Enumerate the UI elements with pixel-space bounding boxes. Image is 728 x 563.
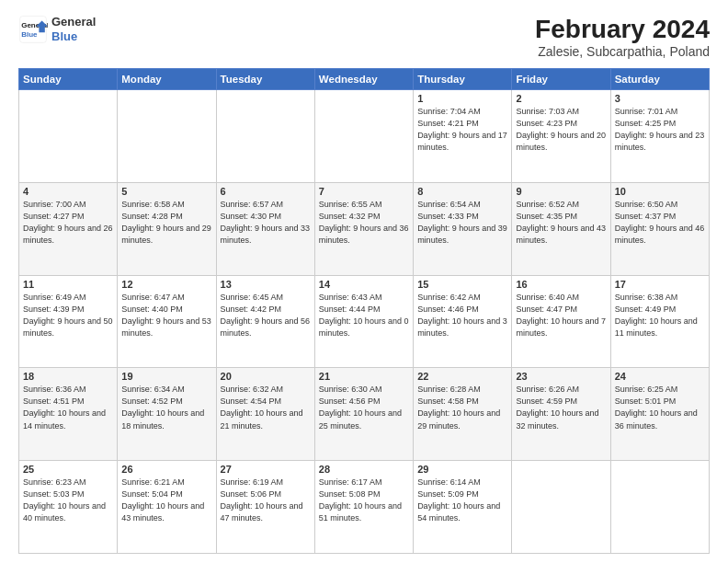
- title-block: February 2024 Zalesie, Subcarpathia, Pol…: [535, 15, 710, 59]
- day-cell: 5Sunrise: 6:58 AM Sunset: 4:28 PM Daylig…: [118, 182, 216, 275]
- day-info: Sunrise: 6:30 AM Sunset: 4:56 PM Dayligh…: [319, 384, 409, 431]
- day-cell: 23Sunrise: 6:26 AM Sunset: 4:59 PM Dayli…: [512, 368, 610, 461]
- day-cell: [314, 90, 413, 183]
- day-info: Sunrise: 6:14 AM Sunset: 5:09 PM Dayligh…: [417, 477, 507, 524]
- day-number: 13: [221, 279, 311, 290]
- day-info: Sunrise: 6:34 AM Sunset: 4:52 PM Dayligh…: [121, 384, 211, 431]
- day-number: 28: [319, 464, 409, 475]
- day-cell: [610, 461, 709, 554]
- header-day-sunday: Sunday: [19, 69, 118, 90]
- header: General Blue General Blue February 2024 …: [18, 15, 710, 59]
- day-number: 19: [121, 371, 211, 382]
- day-cell: 16Sunrise: 6:40 AM Sunset: 4:47 PM Dayli…: [512, 275, 610, 368]
- day-number: 21: [319, 371, 409, 382]
- day-number: 18: [23, 371, 113, 382]
- day-cell: 18Sunrise: 6:36 AM Sunset: 4:51 PM Dayli…: [19, 368, 118, 461]
- logo-icon: General Blue: [18, 15, 48, 44]
- calendar-table: SundayMondayTuesdayWednesdayThursdayFrid…: [18, 68, 710, 554]
- day-number: 12: [121, 279, 211, 290]
- day-number: 24: [615, 371, 705, 382]
- day-number: 22: [417, 371, 507, 382]
- day-info: Sunrise: 6:36 AM Sunset: 4:51 PM Dayligh…: [23, 384, 113, 431]
- week-row-4: 18Sunrise: 6:36 AM Sunset: 4:51 PM Dayli…: [19, 368, 710, 461]
- day-number: 4: [23, 186, 113, 197]
- day-cell: 1Sunrise: 7:04 AM Sunset: 4:21 PM Daylig…: [414, 90, 512, 183]
- day-cell: 27Sunrise: 6:19 AM Sunset: 5:06 PM Dayli…: [216, 461, 314, 554]
- day-info: Sunrise: 6:47 AM Sunset: 4:40 PM Dayligh…: [121, 292, 211, 339]
- day-info: Sunrise: 6:49 AM Sunset: 4:39 PM Dayligh…: [23, 292, 113, 339]
- day-cell: 26Sunrise: 6:21 AM Sunset: 5:04 PM Dayli…: [118, 461, 216, 554]
- day-cell: 14Sunrise: 6:43 AM Sunset: 4:44 PM Dayli…: [314, 275, 413, 368]
- day-cell: 9Sunrise: 6:52 AM Sunset: 4:35 PM Daylig…: [512, 182, 610, 275]
- day-cell: 15Sunrise: 6:42 AM Sunset: 4:46 PM Dayli…: [414, 275, 512, 368]
- svg-text:Blue: Blue: [21, 30, 38, 39]
- day-number: 15: [417, 279, 507, 290]
- day-info: Sunrise: 7:04 AM Sunset: 4:21 PM Dayligh…: [417, 106, 507, 154]
- day-cell: 22Sunrise: 6:28 AM Sunset: 4:58 PM Dayli…: [414, 368, 512, 461]
- day-info: Sunrise: 6:17 AM Sunset: 5:08 PM Dayligh…: [319, 477, 409, 524]
- day-number: 2: [516, 93, 606, 104]
- sub-title: Zalesie, Subcarpathia, Poland: [535, 44, 710, 59]
- day-info: Sunrise: 6:32 AM Sunset: 4:54 PM Dayligh…: [221, 384, 311, 431]
- week-row-1: 1Sunrise: 7:04 AM Sunset: 4:21 PM Daylig…: [19, 90, 710, 183]
- day-info: Sunrise: 6:45 AM Sunset: 4:42 PM Dayligh…: [221, 292, 311, 339]
- day-info: Sunrise: 7:00 AM Sunset: 4:27 PM Dayligh…: [23, 199, 113, 247]
- day-number: 27: [221, 464, 311, 475]
- day-cell: 2Sunrise: 7:03 AM Sunset: 4:23 PM Daylig…: [512, 90, 610, 183]
- day-cell: [19, 90, 118, 183]
- day-info: Sunrise: 6:58 AM Sunset: 4:28 PM Dayligh…: [121, 199, 211, 247]
- day-info: Sunrise: 6:19 AM Sunset: 5:06 PM Dayligh…: [221, 477, 311, 524]
- day-cell: 10Sunrise: 6:50 AM Sunset: 4:37 PM Dayli…: [610, 182, 709, 275]
- day-number: 7: [319, 186, 409, 197]
- day-number: 25: [23, 464, 113, 475]
- day-cell: 12Sunrise: 6:47 AM Sunset: 4:40 PM Dayli…: [118, 275, 216, 368]
- day-number: 17: [615, 279, 705, 290]
- week-row-3: 11Sunrise: 6:49 AM Sunset: 4:39 PM Dayli…: [19, 275, 710, 368]
- day-number: 5: [121, 186, 211, 197]
- day-info: Sunrise: 6:54 AM Sunset: 4:33 PM Dayligh…: [417, 199, 507, 247]
- day-cell: 11Sunrise: 6:49 AM Sunset: 4:39 PM Dayli…: [19, 275, 118, 368]
- logo-text-blue: Blue: [51, 29, 96, 44]
- day-info: Sunrise: 7:01 AM Sunset: 4:25 PM Dayligh…: [615, 106, 705, 154]
- day-info: Sunrise: 6:42 AM Sunset: 4:46 PM Dayligh…: [417, 292, 507, 339]
- day-number: 29: [417, 464, 507, 475]
- day-info: Sunrise: 6:43 AM Sunset: 4:44 PM Dayligh…: [319, 292, 409, 339]
- day-number: 26: [121, 464, 211, 475]
- day-number: 23: [516, 371, 606, 382]
- day-number: 8: [417, 186, 507, 197]
- header-day-friday: Friday: [512, 69, 610, 90]
- calendar-header-row: SundayMondayTuesdayWednesdayThursdayFrid…: [19, 69, 710, 90]
- day-info: Sunrise: 7:03 AM Sunset: 4:23 PM Dayligh…: [516, 106, 606, 154]
- day-cell: 29Sunrise: 6:14 AM Sunset: 5:09 PM Dayli…: [414, 461, 512, 554]
- day-cell: 21Sunrise: 6:30 AM Sunset: 4:56 PM Dayli…: [314, 368, 413, 461]
- day-cell: 3Sunrise: 7:01 AM Sunset: 4:25 PM Daylig…: [610, 90, 709, 183]
- day-cell: [118, 90, 216, 183]
- day-number: 11: [23, 279, 113, 290]
- day-cell: 28Sunrise: 6:17 AM Sunset: 5:08 PM Dayli…: [314, 461, 413, 554]
- logo: General Blue General Blue: [18, 15, 96, 44]
- day-info: Sunrise: 6:40 AM Sunset: 4:47 PM Dayligh…: [516, 292, 606, 339]
- day-cell: 7Sunrise: 6:55 AM Sunset: 4:32 PM Daylig…: [314, 182, 413, 275]
- day-cell: 6Sunrise: 6:57 AM Sunset: 4:30 PM Daylig…: [216, 182, 314, 275]
- day-info: Sunrise: 6:55 AM Sunset: 4:32 PM Dayligh…: [319, 199, 409, 247]
- day-cell: 8Sunrise: 6:54 AM Sunset: 4:33 PM Daylig…: [414, 182, 512, 275]
- day-cell: 19Sunrise: 6:34 AM Sunset: 4:52 PM Dayli…: [118, 368, 216, 461]
- day-number: 3: [615, 93, 705, 104]
- day-info: Sunrise: 6:50 AM Sunset: 4:37 PM Dayligh…: [615, 199, 705, 247]
- day-info: Sunrise: 6:23 AM Sunset: 5:03 PM Dayligh…: [23, 477, 113, 524]
- day-info: Sunrise: 6:26 AM Sunset: 4:59 PM Dayligh…: [516, 384, 606, 431]
- day-cell: 13Sunrise: 6:45 AM Sunset: 4:42 PM Dayli…: [216, 275, 314, 368]
- header-day-wednesday: Wednesday: [314, 69, 413, 90]
- day-number: 16: [516, 279, 606, 290]
- day-info: Sunrise: 6:21 AM Sunset: 5:04 PM Dayligh…: [121, 477, 211, 524]
- header-day-thursday: Thursday: [414, 69, 512, 90]
- day-number: 14: [319, 279, 409, 290]
- day-cell: [216, 90, 314, 183]
- week-row-5: 25Sunrise: 6:23 AM Sunset: 5:03 PM Dayli…: [19, 461, 710, 554]
- page: General Blue General Blue February 2024 …: [0, 0, 728, 563]
- day-info: Sunrise: 6:38 AM Sunset: 4:49 PM Dayligh…: [615, 292, 705, 339]
- day-info: Sunrise: 6:28 AM Sunset: 4:58 PM Dayligh…: [417, 384, 507, 431]
- day-cell: [512, 461, 610, 554]
- day-info: Sunrise: 6:52 AM Sunset: 4:35 PM Dayligh…: [516, 199, 606, 247]
- header-day-tuesday: Tuesday: [216, 69, 314, 90]
